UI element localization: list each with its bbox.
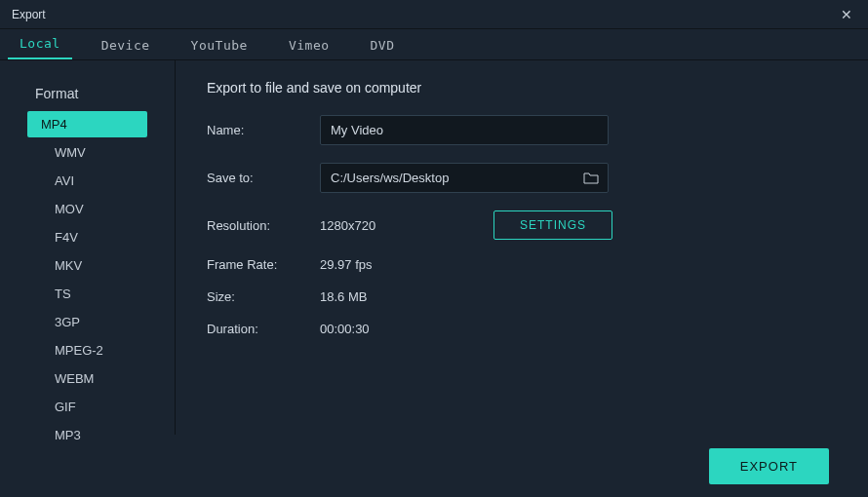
saveto-input-wrap[interactable]: C:/Users/ws/Desktop [320, 163, 609, 193]
name-row: Name: [207, 115, 839, 145]
tab-local[interactable]: Local [8, 28, 72, 59]
titlebar: Export ✕ [0, 0, 868, 29]
close-icon[interactable]: ✕ [837, 7, 856, 22]
format-header: Format [0, 80, 175, 111]
duration-label: Duration: [207, 322, 320, 336]
saveto-value: C:/Users/ws/Desktop [331, 164, 582, 192]
format-item-wmv[interactable]: WMV [41, 139, 147, 166]
saveto-row: Save to: C:/Users/ws/Desktop [207, 163, 839, 193]
duration-value: 00:00:30 [320, 322, 370, 336]
format-item-webm[interactable]: WEBM [41, 365, 147, 392]
format-sidebar: Format MP4 WMV AVI MOV F4V MKV TS 3GP MP… [0, 60, 176, 435]
tab-vimeo[interactable]: Vimeo [277, 30, 341, 59]
format-item-f4v[interactable]: F4V [41, 224, 147, 250]
name-label: Name: [207, 123, 320, 137]
format-item-ts[interactable]: TS [41, 281, 147, 307]
format-item-mp4[interactable]: MP4 [27, 111, 147, 137]
resolution-row: Resolution: 1280x720 SETTINGS [207, 210, 839, 240]
saveto-label: Save to: [207, 171, 320, 185]
panel-title: Export to file and save on computer [207, 80, 839, 96]
settings-button[interactable]: SETTINGS [493, 210, 612, 240]
format-item-mp3[interactable]: MP3 [41, 422, 147, 448]
resolution-label: Resolution: [207, 218, 320, 233]
main-area: Format MP4 WMV AVI MOV F4V MKV TS 3GP MP… [0, 60, 868, 435]
content-panel: Export to file and save on computer Name… [176, 60, 868, 435]
name-input[interactable] [320, 115, 609, 145]
tab-youtube[interactable]: YouTube [179, 30, 259, 59]
format-item-gif[interactable]: GIF [41, 394, 147, 420]
folder-icon[interactable] [582, 171, 600, 186]
tab-bar: Local Device YouTube Vimeo DVD [0, 29, 868, 60]
tab-dvd[interactable]: DVD [359, 30, 407, 59]
size-row: Size: 18.6 MB [207, 289, 839, 304]
export-button[interactable]: EXPORT [709, 448, 829, 484]
format-item-mkv[interactable]: MKV [41, 252, 147, 279]
tab-device[interactable]: Device [90, 30, 162, 59]
window-title: Export [12, 8, 46, 21]
size-value: 18.6 MB [320, 289, 367, 304]
format-item-mov[interactable]: MOV [41, 196, 147, 222]
framerate-label: Frame Rate: [207, 257, 320, 272]
size-label: Size: [207, 289, 320, 304]
framerate-value: 29.97 fps [320, 257, 373, 272]
format-item-avi[interactable]: AVI [41, 168, 147, 194]
framerate-row: Frame Rate: 29.97 fps [207, 257, 839, 272]
resolution-value: 1280x720 [320, 218, 493, 233]
format-item-mpeg2[interactable]: MPEG-2 [41, 337, 147, 363]
duration-row: Duration: 00:00:30 [207, 322, 839, 336]
format-item-3gp[interactable]: 3GP [41, 309, 147, 335]
